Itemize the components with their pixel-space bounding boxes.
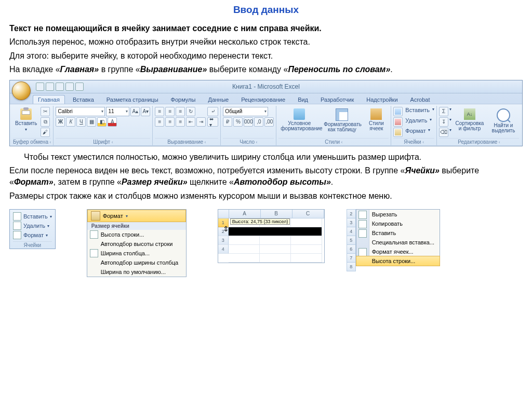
menu-row-height[interactable]: Высота строки... <box>87 230 186 239</box>
format-painter-icon[interactable]: 🖌 <box>41 128 50 137</box>
tab-formulas[interactable]: Формулы <box>166 95 201 104</box>
row-header[interactable]: 8 <box>347 262 356 271</box>
row-header[interactable]: 7 <box>347 253 356 263</box>
format-button[interactable]: Формат▾ <box>393 128 434 137</box>
fill-icon[interactable]: ↧ <box>439 117 448 127</box>
delete-button[interactable]: Удалить▾ <box>393 117 434 127</box>
menu-col-width[interactable]: Ширина столбца... <box>87 249 186 258</box>
align-center-icon[interactable]: ≡ <box>165 117 175 127</box>
cells-group-panel: Вставить ▾ Удалить ▾ Формат ▾ Ячейки <box>9 209 56 249</box>
currency-icon[interactable]: ₽ <box>223 117 232 127</box>
orientation-icon[interactable]: ↻ <box>186 107 195 116</box>
table-icon <box>336 108 348 121</box>
col-header[interactable]: B <box>261 210 292 218</box>
tab-insert[interactable]: Вставка <box>68 95 99 104</box>
redo-icon[interactable] <box>56 83 64 91</box>
tab-developer[interactable]: Разработчик <box>316 95 358 104</box>
tab-page-layout[interactable]: Разметка страницы <box>102 95 163 104</box>
format-as-table-button[interactable]: Форматировать как таблицу <box>322 107 362 134</box>
font-color-icon[interactable]: A <box>108 117 117 127</box>
inc-dec-icon[interactable]: ,0 <box>254 117 263 127</box>
dec-dec-icon[interactable]: ,00 <box>264 117 274 127</box>
undo-icon[interactable] <box>46 83 54 91</box>
qat-icon[interactable] <box>75 83 84 91</box>
find-select-button[interactable]: Найти и выделить <box>488 107 519 135</box>
grow-font-icon[interactable]: A▴ <box>130 107 140 116</box>
row-header[interactable]: 4 <box>347 227 356 236</box>
group-label: Ячейки <box>393 138 434 145</box>
comma-icon[interactable]: 000 <box>244 117 253 127</box>
font-size-combo[interactable]: 11 <box>106 107 129 116</box>
copy-icon[interactable]: ⧉ <box>41 117 50 127</box>
format-menu-header[interactable]: Формат ▾ <box>87 210 186 222</box>
cut-icon <box>358 211 367 219</box>
insert-button[interactable]: Вставить ▾ <box>13 212 52 221</box>
row-header[interactable]: 2 <box>347 209 356 218</box>
ctx-cut[interactable]: Вырезать <box>356 210 440 219</box>
tab-acrobat[interactable]: Acrobat <box>406 95 435 104</box>
office-button-icon[interactable] <box>12 81 31 100</box>
cell-styles-button[interactable]: Стили ячеек <box>364 107 389 133</box>
row-height-icon <box>90 230 98 239</box>
menu-default-width[interactable]: Ширина по умолчанию... <box>87 267 186 277</box>
ctx-copy[interactable]: Копировать <box>356 219 440 228</box>
autosum-icon[interactable]: Σ <box>439 107 448 116</box>
font-name-combo[interactable]: Calibri <box>56 107 105 116</box>
format-button[interactable]: Формат ▾ <box>13 230 52 240</box>
shrink-font-icon[interactable]: A▾ <box>141 107 150 116</box>
tab-home[interactable]: Главная <box>33 95 65 104</box>
indent-inc-icon[interactable]: ⇥ <box>196 117 206 127</box>
row-header[interactable]: 6 <box>347 244 356 254</box>
align-bot-icon[interactable]: ≡ <box>176 107 185 116</box>
ctx-paste[interactable]: Вставить <box>356 228 440 238</box>
tab-addins[interactable]: Надстройки <box>362 95 402 104</box>
col-header[interactable]: C <box>292 210 324 218</box>
title-bar: Книга1 - Microsoft Excel <box>10 80 522 93</box>
group-label: Стили <box>278 138 389 145</box>
paste-icon <box>358 229 367 238</box>
bold-icon[interactable]: Ж <box>56 117 65 127</box>
ctx-paste-special[interactable]: Специальная вставка... <box>356 238 440 247</box>
window-title: Книга1 - Microsoft Excel <box>232 83 300 90</box>
tab-view[interactable]: Вид <box>293 95 313 104</box>
italic-icon[interactable]: К <box>66 117 75 127</box>
tab-review[interactable]: Рецензирование <box>236 95 290 104</box>
row-header[interactable]: 2 <box>218 227 229 236</box>
col-header[interactable]: A <box>229 210 261 218</box>
row-header[interactable]: 4 <box>218 245 229 254</box>
row-header[interactable]: 3 <box>347 218 356 227</box>
delete-button[interactable]: Удалить ▾ <box>13 221 52 230</box>
row-header[interactable]: 1 <box>218 218 229 227</box>
save-icon[interactable] <box>36 83 44 91</box>
excel-ribbon: Книга1 - Microsoft Excel Главная Вставка… <box>9 80 523 146</box>
indent-dec-icon[interactable]: ⇤ <box>186 117 195 127</box>
ctx-row-height[interactable]: Высота строки... <box>356 256 440 266</box>
wrap-text-button[interactable]: ⤶ <box>207 107 218 116</box>
row-header[interactable]: 5 <box>347 236 356 245</box>
tab-data[interactable]: Данные <box>203 95 233 104</box>
align-right-icon[interactable]: ≡ <box>176 117 185 127</box>
clear-icon[interactable]: ⌫ <box>439 128 448 137</box>
align-top-icon[interactable]: ≡ <box>155 107 164 116</box>
insert-button[interactable]: Вставить▾ <box>393 107 434 116</box>
qat-icon[interactable] <box>65 83 74 91</box>
paragraph-7: Размеры строк также как и столбцов можно… <box>9 190 523 202</box>
menu-autofit-width[interactable]: Автоподбор ширины столбца <box>87 258 186 267</box>
ctx-format-cells[interactable]: Формат ячеек... <box>356 247 440 256</box>
align-left-icon[interactable]: ≡ <box>155 117 164 127</box>
border-icon[interactable]: ▦ <box>87 117 96 127</box>
fill-color-icon[interactable]: ◧ <box>97 117 107 127</box>
conditional-formatting-button[interactable]: Условное форматирование <box>278 107 320 133</box>
paragraph-3: Для этого: выберите ячейку, в которой не… <box>9 50 523 62</box>
row-header[interactable]: 3 <box>218 236 229 245</box>
cut-icon[interactable]: ✂ <box>41 107 50 116</box>
menu-autofit-height[interactable]: Автоподбор высоты строки <box>87 239 186 249</box>
number-format-combo[interactable]: Общий <box>223 107 268 116</box>
underline-icon[interactable]: Ч <box>76 117 86 127</box>
sort-filter-button[interactable]: Сортировка и фильтр <box>453 107 486 133</box>
quick-access-toolbar[interactable] <box>36 83 84 91</box>
align-mid-icon[interactable]: ≡ <box>165 107 175 116</box>
percent-icon[interactable]: % <box>233 117 243 127</box>
paste-button[interactable]: Вставить ▾ <box>13 107 39 134</box>
merge-button[interactable]: ⬌ ▾ <box>207 117 218 127</box>
